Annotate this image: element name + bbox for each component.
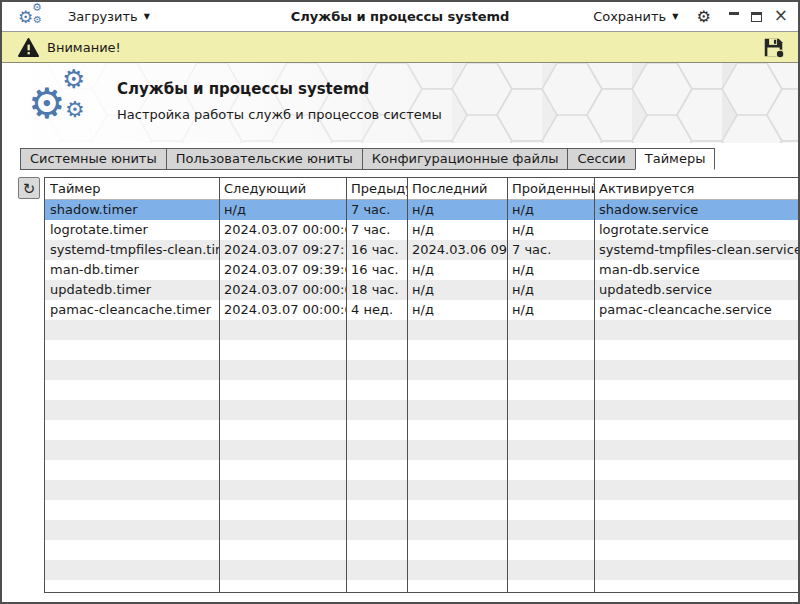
settings-gear-icon[interactable]: ⚙	[696, 9, 710, 25]
save-report-icon[interactable]	[763, 37, 784, 58]
cell-timer: pamac-cleancache.timer	[45, 300, 219, 320]
tab-1[interactable]: Пользовательские юниты	[166, 148, 363, 170]
cell-last: н/д	[407, 300, 507, 320]
cell-prev: 7 час.	[346, 200, 407, 220]
warning-triangle-icon	[18, 38, 39, 57]
cell-next: 2024.03.07 09:39:00	[219, 260, 346, 280]
table-row[interactable]: pamac-cleancache.timer2024.03.07 00:00:0…	[45, 300, 800, 320]
close-button[interactable]: ×	[774, 7, 788, 24]
table-row[interactable]: shadow.timerн/д7 час.н/дн/дshadow.servic…	[45, 200, 800, 220]
column-header-activates[interactable]: Активируется	[594, 178, 800, 199]
cell-last: н/д	[407, 260, 507, 280]
cell-timer: man-db.timer	[45, 260, 219, 280]
header-banner: ⚙ ⚙ ⚙ Службы и процессы systemd Настройк…	[2, 63, 798, 143]
table-row[interactable]: man-db.timer2024.03.07 09:39:0016 час.н/…	[45, 260, 800, 280]
tab-3[interactable]: Сессии	[567, 148, 635, 170]
maximize-button[interactable]	[751, 12, 762, 22]
chevron-down-icon: ▼	[672, 12, 678, 21]
cell-passed: н/д	[507, 260, 594, 280]
cell-prev: 16 час.	[346, 240, 407, 260]
cell-next: 2024.03.07 09:27:19	[219, 240, 346, 260]
save-button-label: Сохранить	[593, 9, 666, 24]
cell-activates: pamac-cleancache.service	[594, 300, 800, 320]
warning-bar: Внимание!	[2, 32, 798, 63]
page-title: Службы и процессы systemd	[117, 80, 369, 98]
cell-activates: logrotate.service	[594, 220, 800, 240]
column-header-previous[interactable]: Предыдущий	[346, 178, 407, 199]
cell-activates: shadow.service	[594, 200, 800, 220]
app-window: ⚙ ⚙ ⚙ Загрузить ▼ Службы и процессы syst…	[0, 0, 800, 604]
cell-activates: man-db.service	[594, 260, 800, 280]
cell-timer: updatedb.timer	[45, 280, 219, 300]
cell-next: н/д	[219, 200, 346, 220]
table-rows: shadow.timerн/д7 час.н/дн/дshadow.servic…	[45, 200, 800, 320]
refresh-button[interactable]: ↻	[18, 177, 40, 199]
tab-2[interactable]: Конфигурационные файлы	[362, 148, 569, 170]
cell-timer: logrotate.timer	[45, 220, 219, 240]
column-header-passed[interactable]: Пройденный	[507, 178, 594, 199]
cell-next: 2024.03.07 00:00:00	[219, 300, 346, 320]
tab-4[interactable]: Таймеры	[635, 148, 716, 170]
cell-prev: 4 нед.	[346, 300, 407, 320]
cell-passed: н/д	[507, 280, 594, 300]
column-header-timer[interactable]: Таймер	[45, 178, 219, 199]
app-gears-icon: ⚙ ⚙ ⚙	[18, 5, 46, 29]
table-empty-area	[45, 320, 800, 592]
cell-last: н/д	[407, 220, 507, 240]
cell-passed: н/д	[507, 200, 594, 220]
table-row[interactable]: systemd-tmpfiles-clean.timer2024.03.07 0…	[45, 240, 800, 260]
load-button[interactable]: Загрузить ▼	[68, 9, 150, 24]
cell-prev: 18 час.	[346, 280, 407, 300]
column-header-last[interactable]: Последний	[407, 178, 507, 199]
save-button[interactable]: Сохранить ▼	[593, 9, 678, 24]
warning-text: Внимание!	[47, 40, 121, 55]
cell-passed: н/д	[507, 300, 594, 320]
table-header: Таймер Следующий Предыдущий Последний Пр…	[45, 178, 800, 200]
cell-prev: 16 час.	[346, 260, 407, 280]
minimize-button[interactable]	[729, 12, 739, 15]
page-subtitle: Настройка работы служб и процессов систе…	[117, 107, 442, 122]
cell-passed: 7 час.	[507, 240, 594, 260]
cell-activates: updatedb.service	[594, 280, 800, 300]
cell-last: 2024.03.06 09:27:19	[407, 240, 507, 260]
cell-next: 2024.03.07 00:00:00	[219, 220, 346, 240]
cell-timer: systemd-tmpfiles-clean.timer	[45, 240, 219, 260]
cell-next: 2024.03.07 00:00:00	[219, 280, 346, 300]
cell-prev: 7 час.	[346, 220, 407, 240]
cell-passed: н/д	[507, 220, 594, 240]
table-row[interactable]: updatedb.timer2024.03.07 00:00:0018 час.…	[45, 280, 800, 300]
content-area: ↻ Таймер Следующий Предыдущий Последний …	[2, 170, 798, 602]
timers-table: Таймер Следующий Предыдущий Последний Пр…	[44, 177, 800, 593]
cell-timer: shadow.timer	[45, 200, 219, 220]
cell-activates: systemd-tmpfiles-clean.service	[594, 240, 800, 260]
tab-bar: Системные юнитыПользовательские юнитыКон…	[2, 143, 798, 170]
titlebar: ⚙ ⚙ ⚙ Загрузить ▼ Службы и процессы syst…	[2, 2, 798, 32]
cell-last: н/д	[407, 280, 507, 300]
tab-0[interactable]: Системные юниты	[20, 148, 167, 170]
column-header-next[interactable]: Следующий	[219, 178, 346, 199]
load-button-label: Загрузить	[68, 9, 138, 24]
app-logo-gears-icon: ⚙ ⚙ ⚙	[28, 73, 94, 133]
table-row[interactable]: logrotate.timer2024.03.07 00:00:007 час.…	[45, 220, 800, 240]
cell-last: н/д	[407, 200, 507, 220]
chevron-down-icon: ▼	[144, 12, 150, 21]
table-body: Таймер Следующий Предыдущий Последний Пр…	[45, 178, 800, 592]
